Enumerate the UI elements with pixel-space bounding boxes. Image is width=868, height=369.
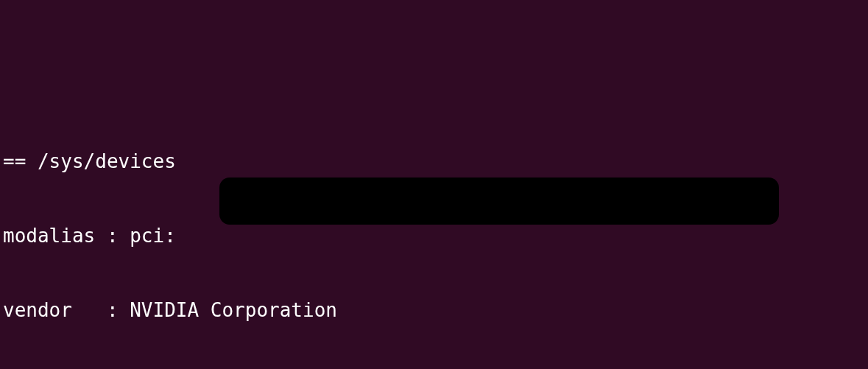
terminal-output: == /sys/devices modalias : pci: vendor :… [0,99,868,369]
device-path-line: == /sys/devices [3,150,865,174]
device-path-prefix: == /sys/devices [3,150,176,175]
redacted-block [150,151,779,250]
field-vendor: vendor : NVIDIA Corporation [3,298,865,323]
